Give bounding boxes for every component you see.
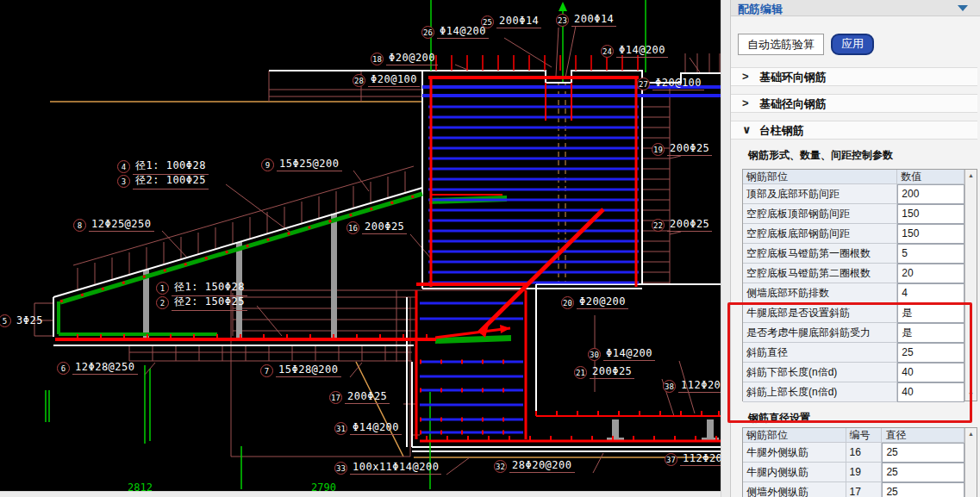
rebar-label: 31Φ14@200 (334, 421, 402, 435)
drawing-vertical-scrollbar[interactable] (721, 0, 730, 497)
param-value-input[interactable]: 200 (897, 184, 964, 204)
label-bubble: 27 (637, 78, 650, 90)
label-bubble: 37 (665, 453, 677, 466)
scroll-down-icon[interactable]: ▼ (965, 388, 977, 401)
param-value-input[interactable]: 5 (897, 244, 964, 264)
apply-button[interactable]: 应用 (831, 34, 874, 55)
label-bubble: 18 (371, 53, 384, 65)
rebar-label: 19200Φ25 (652, 142, 712, 156)
table-row: 侧墙底部环筋排数4 (743, 283, 964, 303)
param-value-input[interactable]: 40 (897, 363, 964, 382)
rebar-label: 2径2: 150Φ25 (156, 295, 247, 309)
param-name: 顶部及底部环筋间距 (743, 184, 897, 204)
label-bubble: 22 (652, 219, 665, 232)
diameter-group-title: 钢筋直径设置 (748, 411, 810, 426)
section-foundation-hoop-rebar[interactable]: > 基础环向钢筋 (731, 67, 977, 86)
collapse-panel-icon[interactable] (958, 5, 968, 11)
param-value-input[interactable]: 20 (897, 264, 964, 283)
param-name: 是否考虑牛腿底部斜筋受力 (743, 323, 897, 343)
rebar-label: 33100x11Φ14@200 (334, 461, 441, 475)
table-header-row: 钢筋部位 编号 直径 (743, 428, 964, 443)
rebar-label: 16200Φ25 (346, 221, 407, 234)
table-row: 斜筋下部长度(n倍d)40 (743, 363, 964, 382)
table-row: 空腔底板底部钢筋间距150 (743, 224, 964, 244)
label-bubble: 38 (663, 380, 676, 393)
param-value-input[interactable]: 4 (897, 283, 964, 303)
column-header: 编号 (846, 428, 883, 443)
section-foundation-radial-rebar[interactable]: > 基础径向钢筋 (731, 94, 977, 113)
label-text: 径2: 150Φ25 (172, 295, 247, 311)
rebar-number: 19 (846, 463, 883, 482)
label-bubble: 19 (652, 143, 665, 156)
cad-viewport[interactable]: 26Φ14@200 25200Φ14 23200Φ14 24Φ14@200 18… (0, 0, 721, 497)
label-bubble: 26 (421, 26, 434, 39)
param-value-input[interactable]: 150 (897, 204, 964, 224)
scroll-up-icon[interactable]: ▲ (965, 428, 977, 440)
label-bubble: 16 (346, 221, 359, 234)
chevron-right-icon: > (742, 70, 749, 83)
rebar-part-name: 牛腿内侧纵筋 (743, 463, 846, 482)
label-text: Φ20@100 (652, 77, 704, 90)
rebar-label: 812Φ25@250 (73, 218, 154, 232)
table-row: 斜筋上部长度(n倍d)40 (743, 382, 964, 402)
table-header-row: 钢筋部位 数值 (743, 170, 964, 184)
param-name: 牛腿底部是否设置斜筋 (743, 303, 897, 323)
rebar-label: 20Φ20@200 (561, 295, 628, 309)
label-bubble: 23 (556, 14, 569, 27)
param-value-input[interactable]: 是 (897, 323, 964, 343)
param-name: 斜筋上部长度(n倍d) (743, 382, 897, 402)
table-row: 斜筋直径25 (743, 343, 964, 363)
table-scrollbar[interactable]: ▲ (964, 428, 977, 497)
rebar-label: 3228Φ20@200 (494, 459, 575, 473)
app-window: 26Φ14@200 25200Φ14 23200Φ14 24Φ14@200 18… (0, 0, 980, 497)
param-name: 侧墙底部环筋排数 (743, 283, 897, 303)
label-bubble: 33 (334, 462, 347, 475)
rebar-number: 16 (846, 443, 883, 463)
rebar-label: 1径1: 150Φ28 (156, 281, 247, 295)
label-bubble: 20 (561, 296, 574, 309)
drawing-horizontal-scrollbar[interactable] (0, 491, 721, 497)
column-header: 直径 (882, 428, 964, 443)
label-bubble: 25 (481, 16, 494, 28)
table-scrollbar[interactable]: ▲ ▼ (964, 170, 977, 401)
auto-select-check-button[interactable]: 自动选筋验算 (738, 34, 824, 55)
rebar-label: 30Φ14@200 (588, 347, 655, 361)
param-value-input[interactable]: 40 (897, 382, 964, 402)
label-text: Φ14@200 (603, 347, 655, 361)
table-row: 牛腿内侧纵筋1925 (743, 463, 964, 482)
label-text: 112Φ20 (680, 452, 721, 466)
label-text: 200Φ25 (590, 365, 634, 379)
label-text: 200Φ25 (345, 390, 390, 404)
scroll-up-icon[interactable]: ▲ (965, 170, 977, 182)
rebar-label: 24Φ14@200 (601, 44, 668, 58)
label-bubble: 5 (0, 314, 11, 327)
label-text: 12Φ28@250 (72, 361, 138, 375)
param-value-input[interactable]: 25 (897, 343, 964, 363)
label-bubble: 4 (117, 160, 130, 173)
label-bubble: 7 (260, 364, 273, 377)
param-value-input[interactable]: 是 (897, 303, 964, 323)
rebar-diameter-input[interactable]: 25 (882, 443, 964, 463)
rebar-label: 28Φ20@100 (353, 73, 420, 87)
section-label: 基础环向钢筋 (759, 70, 827, 85)
param-name: 空腔底板底部钢筋间距 (743, 224, 897, 244)
label-text: 200Φ14 (571, 13, 616, 27)
label-text: 200Φ14 (496, 15, 541, 28)
label-bubble: 32 (494, 460, 507, 473)
label-bubble: 17 (329, 391, 342, 404)
label-text: 100x11Φ14@200 (350, 461, 441, 475)
rebar-label: 38112Φ20 (663, 379, 721, 393)
label-text: 200Φ25 (667, 218, 712, 232)
param-value-input[interactable]: 150 (897, 224, 964, 244)
table-row: 牛腿底部是否设置斜筋是 (743, 303, 964, 323)
rebar-label: 53Φ25 (0, 314, 46, 327)
param-name: 空腔底板马镫筋第一圈根数 (743, 244, 897, 264)
label-bubble: 3 (117, 175, 130, 188)
label-text: 28Φ20@200 (509, 459, 575, 473)
rebar-diameter-input[interactable]: 25 (882, 463, 964, 482)
rebar-diameter-input[interactable]: 25 (882, 482, 964, 497)
section-pedestal-rebar[interactable]: ∨ 台柱钢筋 (731, 121, 977, 140)
rebar-label: 22200Φ25 (652, 218, 712, 232)
table-row: 侧墙外侧纵筋1725 (743, 482, 964, 497)
label-text: Φ20@200 (577, 295, 628, 309)
